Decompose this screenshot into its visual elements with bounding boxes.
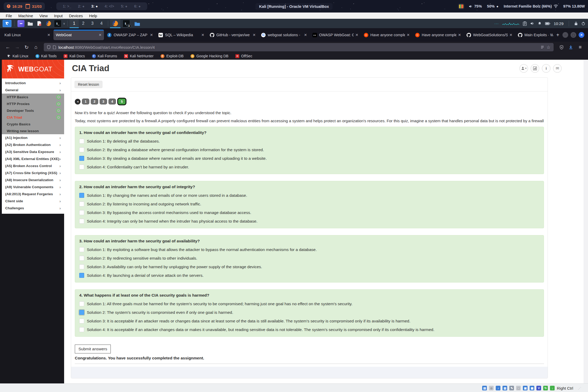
workspace-indicator[interactable]: 3:●: [88, 2, 101, 10]
quiz-option[interactable]: Solution 1: By exploiting a software bug…: [79, 247, 540, 252]
app-menu-icon[interactable]: [17, 20, 24, 27]
text-editor-icon[interactable]: [36, 20, 43, 27]
sidebar-lesson[interactable]: HTTP Basics✓: [2, 94, 64, 100]
bookmark-item[interactable]: NKali NetHunter: [124, 54, 154, 58]
bookmark-item[interactable]: Kali Linux: [7, 54, 28, 58]
seamless-icon[interactable]: ▦: [530, 386, 534, 390]
firefox-launcher-icon[interactable]: [45, 20, 52, 27]
quiz-option[interactable]: Solution 2: The system's security is com…: [79, 310, 540, 315]
brightness-widget[interactable]: 50% ●: [487, 4, 499, 8]
workspace-indicator[interactable]: 6:●: [131, 2, 144, 10]
workspace-switcher[interactable]: 1:>_2:●3:●4:</>5:●6:●: [56, 2, 147, 10]
checkbox[interactable]: [79, 156, 84, 161]
reset-lesson-button[interactable]: Reset lesson: [75, 81, 102, 88]
tab-close-icon[interactable]: ✕: [458, 33, 461, 37]
checkbox[interactable]: [79, 264, 84, 269]
quiz-option[interactable]: Solution 1: By deleting all the database…: [79, 139, 540, 144]
quiz-option[interactable]: Solution 3: It is acceptable if an attac…: [79, 318, 540, 323]
bookmark-item[interactable]: GGoogle Hacking DB: [191, 54, 228, 58]
checkbox[interactable]: [79, 256, 84, 261]
minimize-button[interactable]: –: [562, 32, 568, 38]
downloads-icon[interactable]: [567, 43, 575, 51]
downloads-icon[interactable]: ↓: [550, 386, 555, 390]
tab-close-icon[interactable]: ✕: [509, 33, 512, 37]
checkbox[interactable]: [79, 310, 84, 315]
checkbox[interactable]: [79, 247, 84, 252]
forward-button[interactable]: →: [13, 43, 21, 51]
info-icon[interactable]: i: [542, 64, 550, 73]
display-icon[interactable]: ▣: [523, 386, 528, 390]
workspace-indicator[interactable]: 5:●: [118, 2, 131, 10]
network-icon[interactable]: ▥: [503, 386, 507, 390]
scrollbar[interactable]: [584, 60, 588, 383]
sidebar-category[interactable]: (A8:2013) Request Forgeries›: [2, 191, 64, 198]
tab-close-icon[interactable]: ✕: [201, 33, 204, 37]
shared-folder-icon[interactable]: ▢: [516, 386, 521, 390]
launcher-expand-icon[interactable]: ∨: [63, 22, 65, 25]
checkbox[interactable]: [79, 193, 84, 198]
quiz-option[interactable]: Solution 3: By bypassing the access cont…: [79, 210, 540, 215]
workspace-indicator[interactable]: 4:</>: [101, 2, 118, 10]
home-button[interactable]: ⌂: [32, 43, 40, 51]
tab-close-icon[interactable]: ✕: [253, 33, 256, 37]
checkbox[interactable]: [79, 201, 84, 206]
browser-tab[interactable]: ZOWASP ZAP – ZAP i✕: [105, 30, 155, 40]
vbox-menu-item[interactable]: Input: [51, 14, 66, 18]
sidebar-category[interactable]: (A2) Broken Authentication›: [2, 141, 64, 148]
sidebar-category[interactable]: Client side›: [2, 198, 64, 205]
browser-tab[interactable]: WSQL – Wikipedia✕: [156, 30, 207, 40]
vbox-dock-icon[interactable]: V: [536, 386, 541, 390]
checkbox[interactable]: [79, 273, 84, 278]
checkbox[interactable]: [79, 327, 84, 332]
page-button[interactable]: 4: [108, 99, 116, 105]
page-button[interactable]: 3: [100, 99, 107, 105]
maximize-button[interactable]: ▢: [571, 32, 576, 38]
new-tab-button[interactable]: +: [553, 32, 562, 38]
tab-close-icon[interactable]: ✕: [47, 33, 50, 37]
sidebar-category[interactable]: (A8) Insecure Deserialization›: [2, 176, 64, 183]
logout-icon[interactable]: [581, 21, 585, 26]
tab-close-icon[interactable]: ✕: [407, 33, 410, 37]
battery-widget[interactable]: 97% 13.80W: [563, 4, 585, 8]
optical-disk-icon[interactable]: ◉: [489, 386, 494, 390]
browser-tab[interactable]: WebGoat✕: [53, 30, 104, 40]
speaker-icon[interactable]: [530, 21, 534, 26]
vbox-menu-item[interactable]: Help: [86, 14, 100, 18]
browser-tab[interactable]: ☺Have anyone comple✕: [413, 30, 463, 40]
page-info-icon[interactable]: [53, 45, 56, 49]
quiz-option[interactable]: Solution 4: By launching a denial of ser…: [79, 273, 540, 278]
file-manager-icon[interactable]: [27, 20, 34, 27]
sidebar-category[interactable]: Introduction›: [2, 79, 64, 87]
sidebar-category[interactable]: (A7) Cross-Site Scripting (XSS)›: [2, 169, 64, 176]
battery-icon[interactable]: [545, 22, 550, 25]
scoreboard-icon[interactable]: [531, 64, 539, 73]
bookmark-item[interactable]: EExploit-DB: [161, 54, 183, 58]
checkbox[interactable]: [79, 164, 84, 169]
url-text[interactable]: localhost:8080/WebGoat/start.mvc#lesson/…: [58, 45, 538, 50]
close-button[interactable]: ✕: [579, 32, 584, 38]
taskbar-clock[interactable]: 10:29: [554, 21, 564, 26]
page-button[interactable]: 5: [117, 98, 126, 105]
vbox-menu-item[interactable]: View: [36, 14, 51, 18]
bookmark-item[interactable]: KKali Tools: [35, 54, 57, 58]
volume-widget[interactable]: 75%: [469, 4, 482, 8]
quiz-option[interactable]: Solution 2: By stealing a database where…: [79, 147, 540, 152]
quiz-option[interactable]: Solution 3: Availability can only be har…: [79, 264, 540, 269]
browser-tab[interactable]: Kali Linux✕: [2, 30, 53, 40]
quiz-option[interactable]: Solution 1: By changing the names and em…: [79, 193, 540, 198]
browser-tab[interactable]: ☺Have anyone comple✕: [362, 30, 412, 40]
terminal-launcher-icon[interactable]: $_: [54, 20, 62, 27]
sidebar-category[interactable]: (A3) Sensitive Data Exposure›: [2, 148, 64, 155]
usb-icon[interactable]: ✎: [509, 386, 514, 390]
tab-close-icon[interactable]: ✕: [150, 33, 153, 37]
sidebar-lesson[interactable]: Writing new lesson: [2, 127, 64, 134]
sidebar-lesson[interactable]: CIA Triad✓: [2, 114, 64, 121]
tab-close-icon[interactable]: ✕: [355, 33, 358, 37]
sidebar-category[interactable]: (A1) Injection›: [2, 134, 64, 141]
quiz-option[interactable]: Solution 3: By stealing a database where…: [79, 156, 540, 161]
clipboard-icon[interactable]: [523, 21, 527, 26]
lock-screen-icon[interactable]: [574, 21, 578, 26]
browser-tab[interactable]: GitHub - vernjan/we✕: [207, 30, 258, 40]
browser-tab[interactable]: ●●OWASP WebGoat: G✕: [310, 30, 361, 40]
browser-tab[interactable]: Gwebgoat solutions -✕: [259, 30, 309, 40]
